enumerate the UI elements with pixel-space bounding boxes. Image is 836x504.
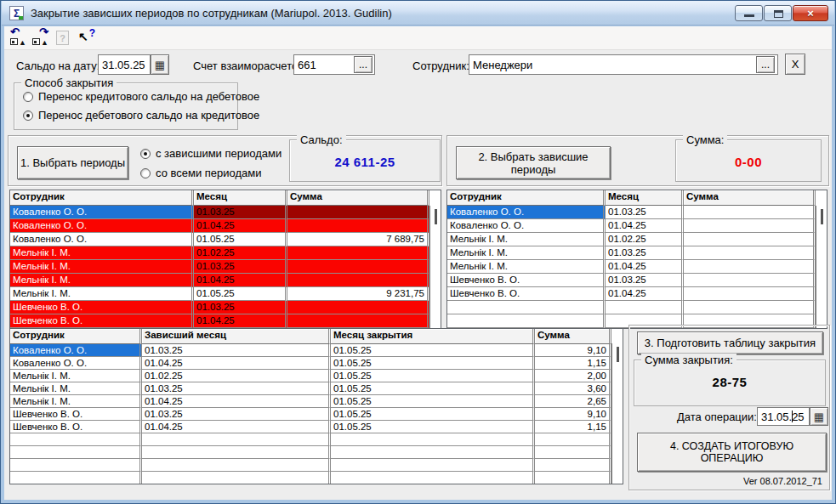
cell-hung_month[interactable]: 01.03.25 xyxy=(142,408,331,421)
cell-month[interactable]: 01.02.25 xyxy=(194,246,287,260)
cell-closing_month[interactable] xyxy=(331,433,535,446)
cell-employee[interactable]: Шевченко В. О. xyxy=(10,408,142,421)
cell-closing_month[interactable]: 01.05.25 xyxy=(331,395,535,408)
redo-period-button[interactable]: ↷ ▲ xyxy=(31,29,50,48)
cell-employee[interactable]: Шевченко В. О. xyxy=(10,314,194,328)
radio-debit-to-credit[interactable]: Перенос дебетового сальдо на кредитовое xyxy=(23,109,259,122)
cell-month[interactable]: 01.02.25 xyxy=(606,233,684,246)
cell-sum[interactable] xyxy=(287,314,429,328)
employee-lookup-button[interactable]: ... xyxy=(756,56,775,73)
cell-hung_month[interactable] xyxy=(142,459,331,472)
cell-month[interactable]: 01.03.25 xyxy=(194,301,287,314)
table-row[interactable] xyxy=(10,472,611,484)
radio-all-periods[interactable]: со всеми периодами xyxy=(140,167,262,179)
table-row[interactable]: Шевченко В. О.01.03.2501.05.259,10 xyxy=(10,408,611,421)
cell-employee[interactable]: Коваленко О. О. xyxy=(10,357,142,370)
table-row[interactable]: Мельнік І. М.01.02.25 xyxy=(447,233,816,246)
vertical-scrollbar[interactable] xyxy=(429,206,441,328)
cell-month[interactable] xyxy=(606,301,684,314)
cell-employee[interactable]: Мельнік І. М. xyxy=(10,395,142,408)
table-row[interactable]: Коваленко О. О.01.03.25 xyxy=(10,206,429,219)
cell-employee[interactable]: Мельнік І. М. xyxy=(447,233,606,246)
cell-month[interactable]: 01.03.25 xyxy=(606,274,684,287)
cell-month[interactable]: 01.03.25 xyxy=(606,246,684,260)
account-lookup-button[interactable]: ... xyxy=(354,56,373,73)
cell-employee[interactable] xyxy=(10,472,142,484)
table-row[interactable]: Шевченко В. О.01.03.25 xyxy=(10,301,429,314)
cell-month[interactable]: 01.04.25 xyxy=(194,219,287,233)
cell-sum[interactable] xyxy=(684,301,816,314)
cell-month[interactable]: 01.04.25 xyxy=(606,260,684,274)
cell-sum[interactable]: 2,65 xyxy=(535,395,611,408)
operation-date-calendar-button[interactable]: ▦ xyxy=(810,407,828,426)
cell-sum[interactable]: 7 689,75 xyxy=(287,233,429,246)
table-row[interactable]: Шевченко В. О.01.04.25 xyxy=(10,314,429,328)
table-row[interactable]: Мельнік І. М.01.04.2501.05.252,65 xyxy=(10,395,611,408)
cell-sum[interactable] xyxy=(684,233,816,246)
cell-hung_month[interactable]: 01.03.25 xyxy=(142,344,331,357)
cell-employee[interactable]: Мельнік І. М. xyxy=(10,260,194,274)
cell-sum[interactable] xyxy=(535,446,611,459)
cell-employee[interactable]: Коваленко О. О. xyxy=(447,206,606,219)
table-row[interactable]: Коваленко О. О.01.03.25 xyxy=(447,206,816,219)
cell-hung_month[interactable]: 01.04.25 xyxy=(142,395,331,408)
employee-clear-button[interactable]: X xyxy=(785,54,805,75)
cell-sum[interactable] xyxy=(535,459,611,472)
cell-sum[interactable]: 1,15 xyxy=(535,421,611,433)
column-header[interactable]: Зависший месяц xyxy=(142,329,331,344)
table-row[interactable]: Мельнік І. М.01.03.25 xyxy=(447,246,816,260)
cell-sum[interactable] xyxy=(287,274,429,287)
cell-sum[interactable]: 9,10 xyxy=(535,344,611,357)
cell-month[interactable]: 01.05.25 xyxy=(194,233,287,246)
cell-closing_month[interactable] xyxy=(331,472,535,484)
saldo-date-input[interactable]: 31.05.25 xyxy=(98,54,151,75)
cell-sum[interactable] xyxy=(535,472,611,484)
cell-employee[interactable]: Шевченко В. О. xyxy=(10,421,142,433)
help-button[interactable]: ? xyxy=(54,29,72,48)
cell-employee[interactable]: Мельнік І. М. xyxy=(10,246,194,260)
cell-closing_month[interactable]: 01.05.25 xyxy=(331,421,535,433)
table-row[interactable]: Коваленко О. О.01.05.257 689,75 xyxy=(10,233,429,246)
table-row[interactable]: Мельнік І. М.01.02.25 xyxy=(10,246,429,260)
select-hung-periods-button[interactable]: 2. Выбрать зависшие периоды xyxy=(456,146,611,179)
context-help-button[interactable]: ↖ ? xyxy=(77,29,96,48)
cell-sum[interactable] xyxy=(287,219,429,233)
cell-employee[interactable]: Мельнік І. М. xyxy=(10,370,142,382)
table-row[interactable] xyxy=(10,433,611,446)
cell-employee[interactable] xyxy=(10,433,142,446)
cell-sum[interactable]: 2,00 xyxy=(535,370,611,382)
cell-sum[interactable] xyxy=(684,260,816,274)
column-header[interactable]: Сумма xyxy=(535,329,611,344)
cell-closing_month[interactable] xyxy=(331,459,535,472)
cell-employee[interactable]: Коваленко О. О. xyxy=(10,219,194,233)
title-bar[interactable]: Σ Закрытие зависших периодов по сотрудни… xyxy=(2,1,834,25)
cell-hung_month[interactable]: 01.03.25 xyxy=(142,382,331,395)
cell-month[interactable]: 01.04.25 xyxy=(194,274,287,287)
cell-sum[interactable]: 1,15 xyxy=(535,357,611,370)
cell-closing_month[interactable]: 01.05.25 xyxy=(331,408,535,421)
vertical-scrollbar[interactable] xyxy=(611,343,623,484)
column-header[interactable]: Сотрудник xyxy=(10,190,194,206)
operation-date-input[interactable]: 31.05.25 xyxy=(757,407,810,426)
cell-hung_month[interactable] xyxy=(142,472,331,484)
saldo-date-calendar-button[interactable]: ▦ xyxy=(151,54,169,75)
cell-month[interactable]: 01.03.25 xyxy=(606,206,684,219)
table-row[interactable]: Мельнік І. М.01.02.2501.05.252,00 xyxy=(10,370,611,382)
column-header[interactable]: Месяц xyxy=(194,190,287,206)
table-row[interactable]: Мельнік І. М.01.03.25 xyxy=(10,260,429,274)
cell-employee[interactable] xyxy=(447,314,606,328)
column-header[interactable]: Сотрудник xyxy=(447,190,606,206)
cell-employee[interactable]: Коваленко О. О. xyxy=(10,233,194,246)
cell-sum[interactable] xyxy=(684,287,816,301)
cell-month[interactable]: 01.04.25 xyxy=(606,287,684,301)
column-header[interactable]: Сумма xyxy=(684,190,816,206)
cell-month[interactable]: 01.04.25 xyxy=(606,219,684,233)
cell-employee[interactable] xyxy=(10,446,142,459)
prepare-closing-table-button[interactable]: 3. Подготовить таблицу закрытия xyxy=(637,331,823,354)
table-row[interactable] xyxy=(10,446,611,459)
table-row[interactable]: Коваленко О. О.01.04.25 xyxy=(10,219,429,233)
table-row[interactable]: Коваленко О. О.01.04.2501.05.251,15 xyxy=(10,357,611,370)
cell-employee[interactable]: Коваленко О. О. xyxy=(447,219,606,233)
column-header[interactable]: Сумма xyxy=(287,190,429,206)
cell-sum[interactable] xyxy=(287,260,429,274)
